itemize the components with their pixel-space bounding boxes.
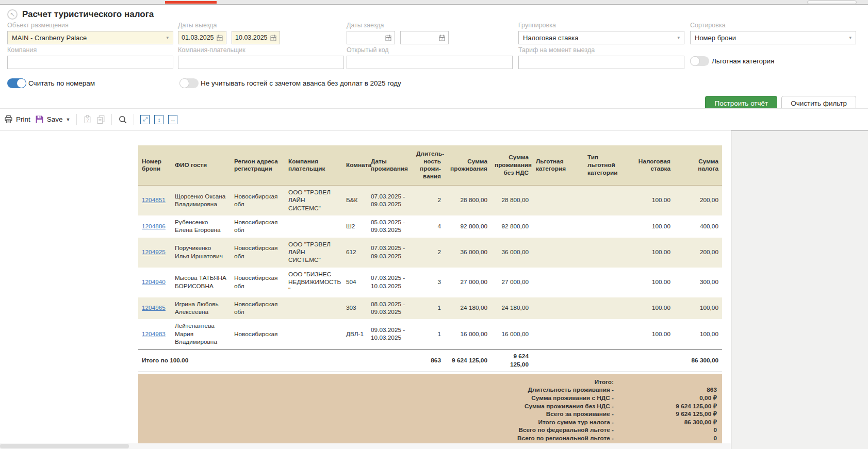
- calendar-icon[interactable]: 7: [439, 35, 445, 41]
- booking-number-link[interactable]: 1204886: [142, 223, 166, 230]
- checkin-date-from-input[interactable]: 7: [347, 31, 395, 44]
- search-icon: [118, 115, 127, 124]
- column-header-guest: ФИО гостя: [171, 145, 231, 185]
- open-code-input[interactable]: [347, 56, 513, 69]
- sorting-value: Номер брони: [695, 34, 736, 42]
- summary-line: Длительность проживания -863: [143, 386, 717, 394]
- column-header-sum_no_vat: Сумма проживания без НДС: [491, 145, 532, 185]
- cell-region: Новосибирская обл: [231, 185, 285, 215]
- fit-height-icon[interactable]: ↕: [154, 115, 163, 124]
- summary-value: 86 300,00 ₽: [614, 419, 717, 427]
- subtotal-tax: 86 300,00: [674, 350, 722, 372]
- save-button[interactable]: Save ▼: [35, 115, 71, 124]
- cell-benefit_type: [584, 297, 630, 320]
- table-row: 1204965Игрина Любовь АлексеевнаНовосибир…: [138, 297, 722, 320]
- cell-payer: ООО "ТРЭВЕЛ ЛАЙН СИСТЕМС": [285, 238, 342, 268]
- svg-text:?: ?: [87, 118, 89, 123]
- cell-rate: 100.00: [630, 215, 674, 238]
- report-toolbar: Print Save ▼ ? ⤢ ↕ ↔: [0, 108, 868, 130]
- summary-label: Сумма проживания с НДС -: [143, 394, 614, 403]
- payer-company-input[interactable]: [178, 56, 344, 69]
- cell-region: Новосибирская: [231, 319, 285, 349]
- topbar-right-control: [807, 1, 857, 4]
- checkout-date-to-input[interactable]: 10.03.2025 7: [232, 31, 280, 44]
- booking-number-link[interactable]: 1204983: [142, 330, 166, 338]
- search-button[interactable]: [118, 115, 127, 124]
- cell-payer: [285, 319, 342, 349]
- toolbar-separator: [111, 114, 112, 125]
- copy-pages-button-disabled[interactable]: [96, 115, 105, 124]
- collapse-arrow-icon[interactable]: ↖: [7, 9, 18, 20]
- booking-number-link[interactable]: 1204851: [142, 196, 166, 204]
- zoom-fit-page-icon[interactable]: ⤢: [140, 115, 150, 124]
- cell-payer: ООО "ТРЭВЕЛ ЛАЙН СИСТЕМС": [285, 185, 342, 215]
- table-row: 1204886Рубенсенко Елена ЕгоровнаНовосиби…: [138, 215, 722, 238]
- sorting-select[interactable]: Номер брони ▾: [690, 31, 856, 44]
- cell-sum_no_vat: 16 000,00: [491, 319, 532, 349]
- right-side-panel: [731, 130, 868, 449]
- subtotal-benefit-type: [584, 350, 630, 372]
- toggle-knob: [17, 78, 26, 88]
- scrollbar-thumb[interactable]: [0, 444, 129, 448]
- red-progress-indicator: [165, 1, 217, 4]
- summary-value: 863: [614, 386, 717, 394]
- count-by-rooms-toggle-label: Считать по номерам: [28, 79, 95, 87]
- benefit-category-toggle-label: Льготная категория: [712, 57, 774, 65]
- table-row: 1204983Лейтенантева Мария ВладимировнаНо…: [138, 319, 722, 349]
- cell-benefit: [532, 297, 584, 320]
- top-scroll-strip: [0, 0, 868, 5]
- cell-sum_no_vat: 24 180,00: [491, 297, 532, 320]
- cell-benefit_type: [584, 185, 630, 215]
- fit-width-icon[interactable]: ↔: [168, 115, 177, 124]
- column-header-rate: Налоговая ставка: [630, 145, 674, 185]
- booking-number-link[interactable]: 1204965: [142, 304, 166, 311]
- cell-rate: 100.00: [630, 297, 674, 320]
- company-input[interactable]: [7, 56, 173, 69]
- cell-room: 303: [342, 297, 367, 320]
- booking-number-link[interactable]: 1204940: [142, 278, 166, 286]
- booking-number-link[interactable]: 1204925: [142, 248, 166, 256]
- placement-label: Объект размещения: [7, 22, 173, 30]
- cell-dates: 08.03.2025 - 09.03.2025: [367, 297, 413, 320]
- summary-value: 9 624 125,00 ₽: [614, 410, 717, 419]
- cell-payer: ООО "БИЗНЕС НЕДВИЖИМОСТЬ ": [285, 268, 342, 297]
- cell-guest: Щорсенко Оксана Владимировна: [171, 185, 231, 215]
- table-row: 1204851Щорсенко Оксана ВладимировнаНовос…: [138, 185, 722, 215]
- report-summary: Итого: Длительность проживания -863Сумма…: [138, 374, 722, 448]
- report-table: Номер брониФИО гостяРегион адреса регист…: [138, 145, 722, 372]
- subtotal-duration: 863: [413, 350, 445, 372]
- chevron-down-icon: ▾: [849, 35, 851, 40]
- subtotal-sum-no-vat: 9 624 125,00: [491, 350, 532, 372]
- exclude-advance-toggle[interactable]: [179, 78, 199, 88]
- checkout-date-from-input[interactable]: 01.03.2025 7: [178, 31, 226, 44]
- calendar-icon[interactable]: 7: [385, 35, 391, 41]
- summary-label: Итого сумма тур налога -: [143, 419, 614, 427]
- cell-benefit: [532, 215, 584, 238]
- cell-booking: 1204983: [138, 319, 171, 349]
- cell-room: Б&К: [342, 185, 367, 215]
- column-header-dates: Даты проживания: [367, 145, 413, 185]
- cell-room: 504: [342, 268, 367, 297]
- save-floppy-icon: [35, 115, 44, 124]
- count-by-rooms-toggle[interactable]: [7, 78, 26, 88]
- subtotal-sum: 9 624 125,00: [445, 350, 491, 372]
- summary-label: Всего по региональной льготе -: [143, 435, 614, 443]
- benefit-category-toggle[interactable]: [690, 56, 709, 66]
- calendar-icon[interactable]: 7: [270, 35, 276, 41]
- placement-select[interactable]: MAIN - Cranberry Palace ▾: [7, 31, 173, 44]
- calendar-icon[interactable]: 7: [217, 35, 223, 41]
- cell-rate: 100.00: [630, 268, 674, 297]
- placement-value: MAIN - Cranberry Palace: [12, 34, 87, 42]
- cell-sum_no_vat: 92 800,00: [491, 215, 532, 238]
- clipboard-button-disabled[interactable]: ?: [83, 115, 92, 124]
- cell-tax: 300,00: [674, 268, 722, 297]
- cell-payer: [285, 297, 342, 320]
- cell-room: ДВЛ-1: [342, 319, 367, 349]
- cell-booking: 1204851: [138, 185, 171, 215]
- horizontal-scrollbar[interactable]: [0, 443, 731, 449]
- page-title: Расчет туристического налога: [22, 9, 154, 20]
- tariff-input[interactable]: [518, 56, 684, 69]
- checkin-date-to-input[interactable]: 7: [400, 31, 449, 44]
- print-button[interactable]: Print: [4, 115, 30, 124]
- grouping-select[interactable]: Налоговая ставка ▾: [518, 31, 684, 44]
